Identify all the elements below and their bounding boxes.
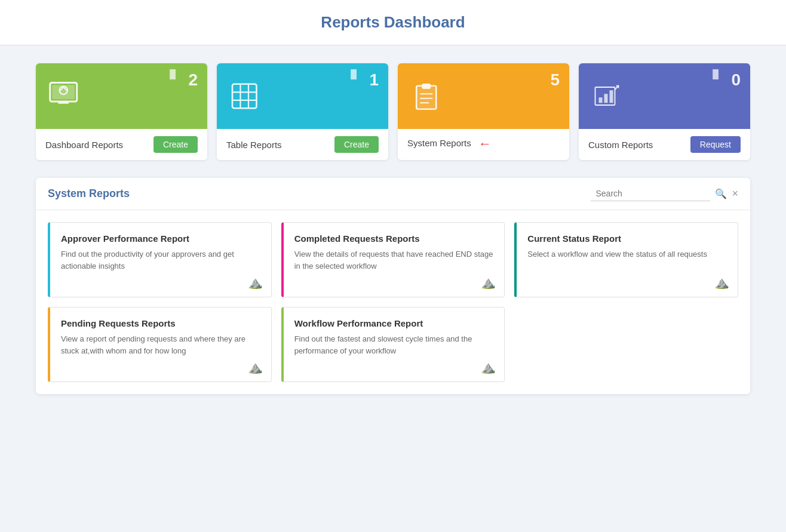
workflow-performance-card[interactable]: Workflow Performance Report Find out the…: [281, 307, 505, 382]
system-reports-card-top: 5: [398, 63, 569, 129]
table-reports-card-top: ▐▌ 1: [217, 63, 388, 129]
custom-reports-label: Custom Reports: [588, 140, 653, 150]
custom-reports-request-button[interactable]: Request: [690, 136, 741, 153]
pending-requests-chart-icon: ⛰️: [248, 360, 263, 374]
pending-requests-card[interactable]: Pending Requests Reports View a report o…: [48, 307, 272, 382]
current-status-title: Current Status Report: [527, 233, 727, 244]
table-reports-card[interactable]: ▐▌ 1 Table Reports Create: [217, 63, 388, 160]
main-content: ▐▌ 2 Dashboard Reports Create ▐▌: [0, 45, 786, 412]
svg-rect-18: [610, 90, 613, 103]
panel-header: System Reports 🔍 ×: [36, 178, 750, 210]
dashboard-reports-label: Dashboard Reports: [45, 140, 123, 150]
close-icon[interactable]: ×: [732, 187, 738, 200]
custom-reports-count: 0: [731, 70, 741, 90]
monitor-dashboard-icon: [48, 78, 84, 114]
current-status-card[interactable]: Current Status Report Select a workflow …: [514, 222, 738, 297]
table-grid-icon: [229, 78, 265, 114]
approver-performance-card[interactable]: Approver Performance Report Find out the…: [48, 222, 272, 297]
search-input[interactable]: [591, 186, 710, 201]
arrow-annotation: ←: [478, 136, 492, 151]
system-reports-count: 5: [550, 70, 560, 90]
dashboard-reports-create-button[interactable]: Create: [153, 136, 198, 153]
page-title: Reports Dashboard: [0, 13, 786, 32]
svg-rect-17: [604, 94, 608, 103]
chart-small-icon-4: ▐▌: [710, 69, 721, 79]
system-reports-card-bottom: System Reports ←: [398, 129, 569, 159]
table-reports-card-bottom: Table Reports Create: [217, 129, 388, 160]
completed-requests-title: Completed Requests Reports: [294, 233, 494, 244]
dashboard-reports-card-bottom: Dashboard Reports Create: [36, 129, 207, 160]
workflow-performance-title: Workflow Performance Report: [294, 318, 494, 328]
table-reports-label: Table Reports: [226, 140, 282, 150]
header-bar: Reports Dashboard: [0, 0, 786, 45]
clipboard-icon: [410, 78, 446, 114]
pending-requests-title: Pending Requests Reports: [61, 318, 260, 328]
system-reports-card[interactable]: 5 System Reports ←: [398, 63, 569, 160]
table-reports-create-button[interactable]: Create: [334, 136, 379, 153]
completed-requests-desc: View the details of requests that have r…: [294, 248, 494, 272]
pending-requests-desc: View a report of pending requests and wh…: [61, 333, 260, 356]
svg-rect-10: [416, 86, 436, 109]
approver-performance-title: Approver Performance Report: [61, 233, 260, 244]
report-cards-grid: Approver Performance Report Find out the…: [36, 210, 750, 394]
workflow-performance-chart-icon: ⛰️: [481, 360, 496, 374]
system-reports-label: System Reports ←: [407, 136, 492, 152]
custom-reports-card-bottom: Custom Reports Request: [579, 129, 750, 160]
completed-requests-chart-icon: ⛰️: [481, 275, 496, 290]
panel-title: System Reports: [48, 187, 130, 200]
table-reports-count: 1: [369, 70, 379, 90]
approver-performance-chart-icon: ⛰️: [248, 275, 263, 290]
current-status-chart-icon: ⛰️: [714, 275, 729, 290]
custom-reports-card-top: ▐▌ 0: [579, 63, 750, 129]
chart-small-icon: ▐▌: [167, 69, 179, 79]
svg-rect-5: [232, 84, 257, 109]
growth-chart-icon: [591, 78, 627, 114]
workflow-performance-desc: Find out the fastest and slowest cycle t…: [294, 333, 494, 356]
dashboard-reports-card[interactable]: ▐▌ 2 Dashboard Reports Create: [36, 63, 207, 160]
svg-rect-16: [599, 97, 603, 103]
system-reports-panel: System Reports 🔍 × Approver Performance …: [36, 178, 750, 394]
completed-requests-card[interactable]: Completed Requests Reports View the deta…: [281, 222, 505, 297]
dashboard-reports-card-top: ▐▌ 2: [36, 63, 207, 129]
search-container: 🔍 ×: [591, 186, 738, 201]
current-status-desc: Select a workflow and view the status of…: [527, 248, 727, 260]
search-icon[interactable]: 🔍: [715, 188, 727, 199]
custom-reports-card[interactable]: ▐▌ 0 Custom Reports Request: [579, 63, 750, 160]
chart-small-icon-2: ▐▌: [348, 69, 360, 79]
stat-cards-row: ▐▌ 2 Dashboard Reports Create ▐▌: [36, 63, 750, 160]
svg-rect-11: [422, 84, 431, 89]
dashboard-reports-count: 2: [188, 70, 198, 90]
approver-performance-desc: Find out the productivity of your approv…: [61, 248, 260, 272]
